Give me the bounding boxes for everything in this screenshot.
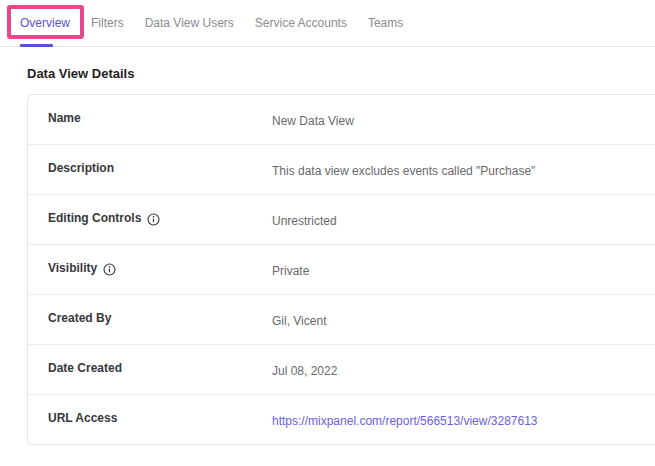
row-label-cell: Created By	[48, 311, 272, 325]
page-title: Data View Details	[27, 66, 655, 81]
tab-label: Service Accounts	[255, 16, 347, 30]
row-label: Created By	[48, 311, 111, 325]
tab-service-accounts[interactable]: Service Accounts	[255, 16, 347, 30]
row-value: New Data View	[272, 114, 354, 128]
data-view-details-card: Name New Data View Description	[27, 94, 655, 445]
row-value-cell: Jul 08, 2022	[272, 361, 655, 379]
row-value: Gil, Vicent	[272, 314, 326, 328]
url-access-link[interactable]: https://mixpanel.com/report/566513/view/…	[272, 414, 538, 428]
active-tab-underline	[20, 44, 53, 47]
tab-label: Overview	[20, 16, 70, 30]
row-value-cell: Private	[272, 261, 655, 279]
row-value-cell: https://mixpanel.com/report/566513/view/…	[272, 411, 655, 429]
tab-teams[interactable]: Teams	[368, 16, 403, 30]
table-row: URL Access https://mixpanel.com/report/5…	[28, 395, 655, 444]
table-row: Description This data view excludes even…	[28, 145, 655, 195]
row-label: URL Access	[48, 411, 117, 425]
row-label: Name	[48, 111, 81, 125]
row-label: Visibility	[48, 261, 97, 275]
row-label-cell: Name	[48, 111, 272, 125]
row-value: Unrestricted	[272, 214, 337, 228]
tab-filters[interactable]: Filters	[91, 16, 124, 30]
table-row: Editing Controls Unrestricted	[28, 195, 655, 245]
row-value: Jul 08, 2022	[272, 364, 337, 378]
table-row: Name New Data View	[28, 95, 655, 145]
tab-data-view-users[interactable]: Data View Users	[145, 16, 234, 30]
row-label-cell: URL Access	[48, 411, 272, 425]
row-label: Editing Controls	[48, 211, 141, 225]
row-label-cell: Date Created	[48, 361, 272, 375]
settings-tab-bar: Overview Filters Data View Users Service…	[0, 0, 655, 47]
row-value-cell: Unrestricted	[272, 211, 655, 229]
table-row: Date Created Jul 08, 2022	[28, 345, 655, 395]
row-label: Description	[48, 161, 114, 175]
info-icon[interactable]	[103, 262, 116, 275]
row-label-cell: Description	[48, 161, 272, 175]
tab-label: Data View Users	[145, 16, 234, 30]
tab-overview[interactable]: Overview	[20, 16, 70, 30]
row-label-cell: Editing Controls	[48, 211, 272, 225]
tab-label: Filters	[91, 16, 124, 30]
table-row: Visibility Private	[28, 245, 655, 295]
row-value-cell: Gil, Vicent	[272, 311, 655, 329]
tab-label: Teams	[368, 16, 403, 30]
info-icon[interactable]	[147, 212, 160, 225]
row-value: This data view excludes events called "P…	[272, 164, 535, 178]
row-value-cell: This data view excludes events called "P…	[272, 161, 655, 179]
row-value-cell: New Data View	[272, 111, 655, 129]
table-row: Created By Gil, Vicent	[28, 295, 655, 345]
row-label-cell: Visibility	[48, 261, 272, 275]
row-value: Private	[272, 264, 309, 278]
row-label: Date Created	[48, 361, 122, 375]
